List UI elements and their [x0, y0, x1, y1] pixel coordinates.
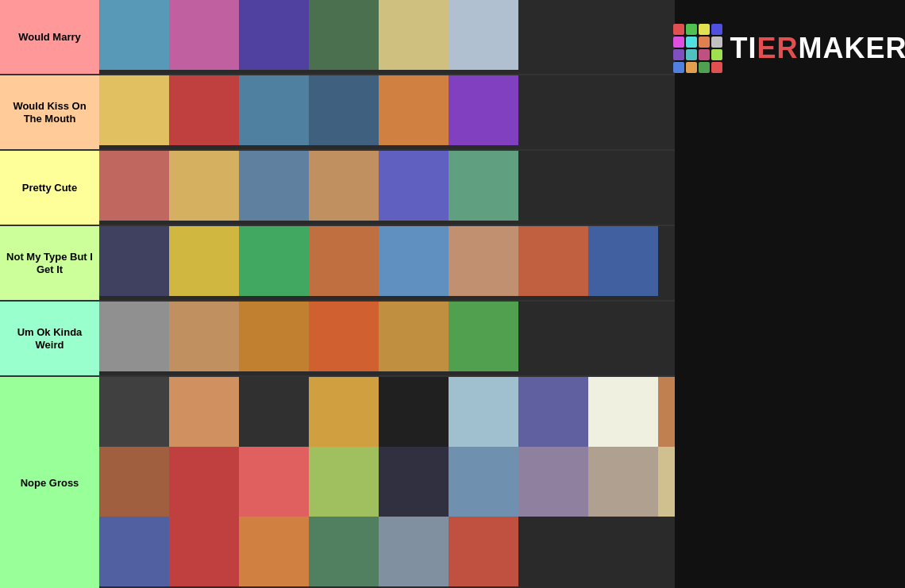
logo-cell-7 — [699, 37, 710, 48]
tier-items-cute — [99, 151, 675, 225]
logo-cell-6 — [686, 37, 697, 48]
char-char4 — [309, 75, 379, 145]
char-g1c6 — [449, 377, 518, 447]
char-crow — [379, 447, 449, 517]
right-panel: TiERMAKER — [675, 0, 905, 588]
char-daria — [309, 517, 379, 586]
tier-label-gross: Nope Gross — [0, 377, 99, 588]
char-miguel — [379, 226, 449, 296]
logo-cell-15 — [699, 62, 710, 73]
char-kenai — [309, 302, 379, 371]
char-jessie — [449, 517, 518, 586]
tier-row-gross: Nope Gross — [0, 377, 675, 588]
tier-row-marry: Would Marry — [0, 0, 675, 75]
char-daphne — [379, 75, 449, 145]
tier-row-nottype: Not My Type But I Get It — [0, 226, 675, 302]
char-jackfrost — [449, 0, 518, 70]
logo-ti: Ti — [730, 32, 757, 64]
logo-maker: MAKER — [799, 32, 905, 64]
char-naveen — [239, 226, 309, 296]
tier-row-cute: Pretty Cute — [0, 151, 675, 226]
tier-row-kiss: Would Kiss On The Mouth — [0, 75, 675, 151]
char-tarzan — [449, 226, 518, 296]
logo-cell-5 — [673, 37, 684, 48]
char-foghorn — [239, 447, 309, 517]
tier-items-nottype — [99, 226, 675, 300]
char-arnold — [309, 447, 379, 517]
char-ariel — [99, 151, 169, 221]
logo-cell-13 — [673, 62, 684, 73]
char-percy — [309, 0, 379, 70]
char-raven — [239, 0, 309, 70]
char-g2c8 — [588, 447, 658, 517]
char-g3c5 — [379, 517, 449, 586]
char-jenny — [99, 0, 169, 70]
logo-cell-9 — [673, 49, 684, 60]
char-lola — [99, 75, 169, 145]
char-alvin — [169, 447, 239, 517]
logo-cell-2 — [686, 24, 697, 35]
char-g2c6 — [449, 447, 518, 517]
char-beastboy — [449, 302, 518, 371]
char-buzz — [99, 517, 169, 586]
logo-cell-12 — [711, 49, 722, 60]
logo-cell-8 — [711, 37, 722, 48]
char-phoebus — [379, 302, 449, 371]
tiermaker-logo: TiERMAKER — [673, 24, 906, 73]
tier-label-nottype: Not My Type But I Get It — [0, 226, 99, 300]
logo-cell-1 — [673, 24, 684, 35]
char-trixie — [169, 226, 239, 296]
logo-cell-14 — [686, 62, 697, 73]
char-jasmine — [449, 151, 518, 221]
logo-er: ER — [757, 32, 799, 64]
tier-label-cute: Pretty Cute — [0, 151, 99, 225]
logo-grid — [673, 24, 722, 73]
char-simba — [309, 377, 379, 447]
char-shang — [169, 151, 239, 221]
char-kida — [239, 151, 309, 221]
logo-cell-16 — [711, 62, 722, 73]
tier-list: Would Marry Would Kiss On The Mouth — [0, 0, 675, 588]
char-shego — [99, 377, 169, 447]
char-aladdin — [309, 226, 379, 296]
logo-cell-4 — [711, 24, 722, 35]
char-daffy — [239, 377, 309, 447]
tier-row-okweird: Um Ok Kinda Weird — [0, 302, 675, 377]
char-irongiant — [99, 302, 169, 371]
logo-cell-11 — [699, 49, 710, 60]
logo-cell-10 — [686, 49, 697, 60]
tier-label-kiss: Would Kiss On The Mouth — [0, 75, 99, 149]
char-dipper — [309, 151, 379, 221]
char-eric — [588, 226, 658, 296]
char-astrid — [379, 0, 449, 70]
char-elastigirl — [169, 517, 239, 586]
char-charmale — [169, 302, 239, 371]
tier-label-marry: Would Marry — [0, 0, 99, 74]
tier-items-okweird — [99, 302, 675, 375]
char-finn — [588, 377, 658, 447]
tier-items-marry — [99, 0, 675, 74]
logo-cell-3 — [699, 24, 710, 35]
tier-items-kiss — [99, 75, 675, 149]
char-g3c3 — [239, 517, 309, 586]
char-fred — [449, 75, 518, 145]
char-jackskel — [379, 377, 449, 447]
char-g2c7 — [518, 447, 588, 517]
char-pocahontas — [239, 75, 309, 145]
char-jessica — [169, 75, 239, 145]
char-hercules — [169, 377, 239, 447]
main-container: Would Marry Would Kiss On The Mouth — [0, 0, 905, 588]
char-velma — [239, 302, 309, 371]
char-arielold — [518, 226, 588, 296]
tier-label-okweird: Um Ok Kinda Weird — [0, 302, 99, 375]
char-beast — [518, 377, 588, 447]
char-mabel — [379, 151, 449, 221]
char-nightwing — [99, 226, 169, 296]
char-draculaura — [169, 0, 239, 70]
char-g2c1 — [99, 447, 169, 517]
logo-text: TiERMAKER — [730, 32, 906, 65]
